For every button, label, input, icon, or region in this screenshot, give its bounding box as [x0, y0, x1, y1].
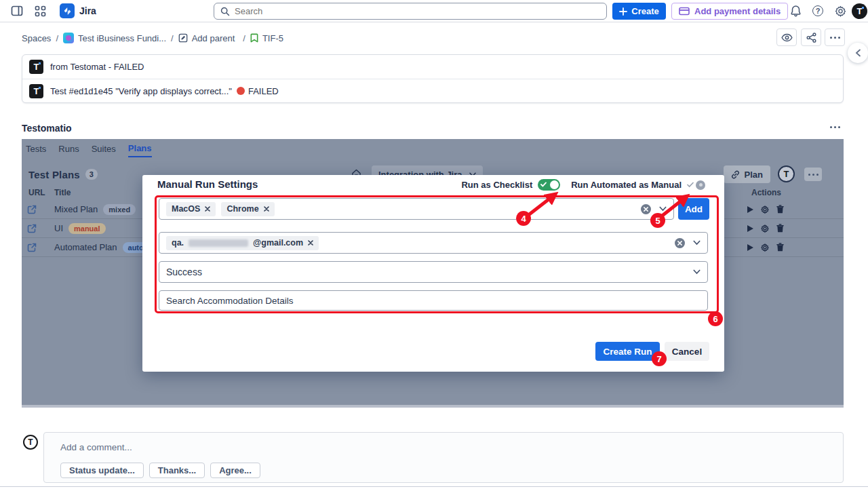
plan-title: Automated Plan [54, 242, 117, 252]
run-title-input[interactable] [166, 296, 701, 306]
clear-select-icon[interactable] [641, 204, 651, 214]
app-name: Jira [79, 5, 96, 16]
app-switcher-icon[interactable] [31, 2, 49, 20]
environments-multiselect[interactable]: MacOS Chrome [159, 198, 674, 220]
search-input[interactable] [235, 6, 600, 16]
tab-plans[interactable]: Plans [128, 143, 152, 157]
breadcrumb-space-name[interactable]: Test iBusiness Fundi... [78, 33, 166, 43]
comment-user-avatar: T [23, 435, 38, 450]
run-automated-as-manual-toggle[interactable] [687, 180, 705, 190]
manual-run-settings-modal: Manual Run Settings Run as Checklist Run… [142, 175, 724, 372]
column-actions: Actions [751, 188, 781, 197]
share-button[interactable] [801, 28, 821, 46]
annotation-step-badge: 7 [652, 351, 667, 366]
modal-title: Manual Run Settings [157, 178, 258, 190]
redacted-email-blur [189, 239, 248, 247]
tab-tests[interactable]: Tests [26, 144, 46, 157]
bookmark-icon [250, 33, 258, 43]
jira-logo-icon [60, 3, 75, 18]
test-result-text: Test #ed1d1e45 "Verify app displays corr… [50, 86, 232, 96]
settings-gear-icon[interactable] [761, 243, 769, 252]
ellipsis-icon [808, 174, 818, 176]
testomatio-section-more-button[interactable] [830, 126, 840, 128]
external-link-icon[interactable] [27, 243, 37, 252]
status-selected-value: Success [166, 267, 202, 277]
tab-suites[interactable]: Suites [92, 144, 116, 157]
ellipsis-icon [830, 37, 840, 39]
space-avatar-icon [63, 33, 74, 43]
settings-gear-icon[interactable] [761, 206, 769, 214]
remove-tag-icon[interactable] [308, 240, 313, 246]
status-dropdown[interactable]: Success [159, 261, 708, 283]
clear-select-icon[interactable] [675, 238, 685, 248]
jira-home-link[interactable]: Jira [60, 3, 96, 18]
annotation-step-badge: 5 [650, 213, 665, 228]
settings-gear-icon[interactable] [761, 224, 769, 233]
comment-box[interactable]: Add a comment... Status update... Thanks… [43, 432, 844, 483]
testomat-avatar[interactable]: T [778, 165, 795, 182]
plan-title: UI [54, 223, 63, 233]
collapse-panel-chevron[interactable] [848, 43, 868, 63]
user-avatar[interactable]: T [852, 3, 867, 19]
external-link-icon[interactable] [27, 224, 37, 233]
search-icon [220, 7, 230, 16]
chevron-down-icon[interactable] [693, 269, 701, 275]
run-play-icon[interactable] [747, 206, 753, 213]
test-result-row[interactable]: T Test #ed1d1e45 "Verify app displays co… [22, 79, 843, 102]
plan-type-badge: manual [68, 223, 106, 234]
create-run-button[interactable]: Create Run [595, 342, 660, 361]
breadcrumb-add-parent[interactable]: Add parent [192, 33, 235, 43]
test-result-text: from Testomat - FAILED [50, 62, 144, 72]
breadcrumb-issue-key[interactable]: TIF-5 [262, 33, 283, 43]
chevron-down-icon[interactable] [659, 206, 667, 212]
environment-tag: MacOS [166, 202, 216, 216]
run-play-icon[interactable] [747, 244, 753, 251]
notifications-bell-icon[interactable] [787, 2, 804, 20]
panel-footer-strip [22, 405, 844, 408]
breadcrumb-spaces[interactable]: Spaces [22, 33, 51, 43]
add-payment-details-button[interactable]: Add payment details [671, 3, 788, 20]
global-search[interactable] [214, 3, 607, 20]
annotation-step-badge: 6 [708, 311, 723, 326]
plans-count-badge: 3 [85, 169, 98, 180]
page-more-actions-button[interactable] [825, 28, 845, 46]
settings-gear-icon[interactable] [831, 2, 849, 20]
remove-tag-icon[interactable] [264, 206, 269, 212]
run-automated-as-manual-label: Run Automated as Manual [571, 180, 682, 190]
watch-eye-button[interactable] [776, 28, 797, 46]
plans-more-button[interactable] [804, 168, 822, 181]
add-payment-label: Add payment details [694, 6, 781, 16]
remove-tag-icon[interactable] [205, 206, 210, 212]
check-icon [687, 182, 694, 188]
tab-runs[interactable]: Runs [58, 144, 79, 157]
breadcrumb: Spaces / Test iBusiness Fundi... / Add p… [0, 23, 868, 53]
top-navigation-bar: Jira Create Add payment details ? T [0, 0, 868, 22]
testomat-logo-icon: T [29, 84, 43, 98]
sidebar-toggle-icon[interactable] [8, 2, 26, 20]
quick-reply-status-update[interactable]: Status update... [60, 463, 144, 478]
chevron-down-icon[interactable] [693, 240, 701, 246]
external-link-icon[interactable] [27, 205, 37, 214]
delete-trash-icon[interactable] [776, 224, 784, 233]
delete-trash-icon[interactable] [776, 205, 784, 214]
quick-reply-agree[interactable]: Agree... [210, 463, 260, 478]
testomatio-section-title: Testomatio [22, 123, 72, 134]
assignee-multiselect[interactable]: qa. @gmail.com [159, 232, 708, 254]
create-button[interactable]: Create [612, 3, 666, 20]
delete-trash-icon[interactable] [776, 243, 784, 252]
cancel-button[interactable]: Cancel [665, 342, 709, 361]
run-play-icon[interactable] [747, 225, 753, 232]
comment-placeholder[interactable]: Add a comment... [60, 442, 132, 452]
test-result-row[interactable]: T from Testomat - FAILED [22, 55, 843, 79]
failed-status-dot-icon [237, 87, 245, 95]
column-url: URL [28, 188, 45, 197]
plans-title: Test Plans [28, 169, 80, 180]
help-icon[interactable]: ? [809, 2, 827, 20]
testomat-logo-icon: T [29, 60, 43, 74]
environment-tag: Chrome [221, 202, 274, 216]
plan-link-button[interactable]: Plan [724, 165, 770, 183]
quick-reply-thanks[interactable]: Thanks... [149, 463, 205, 478]
ellipsis-icon [830, 126, 840, 128]
run-as-checklist-toggle[interactable] [538, 179, 560, 191]
add-environment-button[interactable]: Add [678, 198, 709, 220]
